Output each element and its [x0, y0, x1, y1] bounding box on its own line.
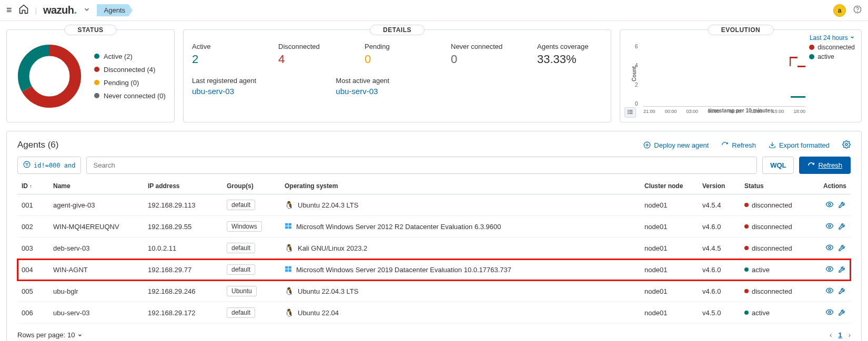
next-page-icon[interactable]: ›	[849, 331, 851, 339]
config-icon[interactable]	[838, 286, 846, 296]
cell-cluster: node01	[640, 216, 698, 237]
cell-ip: 192.168.29.113	[144, 194, 223, 216]
col-groups[interactable]: Group(s)	[223, 178, 280, 194]
table-row[interactable]: 003deb-serv-0310.0.2.11default🐧Kali GNU/…	[17, 237, 851, 259]
prev-page-icon[interactable]: ‹	[830, 331, 832, 339]
home-icon[interactable]	[18, 4, 29, 17]
group-chip[interactable]: Ubuntu	[227, 286, 257, 296]
never-value: 0	[451, 53, 516, 66]
wql-button[interactable]: WQL	[762, 157, 794, 174]
view-icon[interactable]	[825, 200, 834, 210]
filter-icon	[23, 161, 31, 170]
filter-chip[interactable]: id!=000 and	[17, 157, 81, 174]
view-icon[interactable]	[825, 222, 834, 232]
agents-table: ID ↑ Name IP address Group(s) Operating …	[17, 178, 851, 324]
group-chip[interactable]: default	[227, 264, 255, 275]
cell-os: 🐧Kali GNU/Linux 2023.2	[280, 237, 640, 259]
legend-disconnected[interactable]: Disconnected (4)	[94, 66, 166, 74]
cell-version: v4.5.0	[698, 302, 740, 324]
coverage-value: 33.33%	[537, 53, 602, 66]
view-icon[interactable]	[825, 286, 834, 296]
group-chip[interactable]: default	[227, 307, 255, 318]
col-id[interactable]: ID ↑	[17, 178, 49, 194]
avatar[interactable]: a	[833, 4, 846, 17]
last-registered-link[interactable]: ubu-serv-03	[192, 87, 315, 96]
view-icon[interactable]	[825, 308, 834, 318]
cell-version: v4.4.5	[698, 237, 740, 259]
page-number[interactable]: 1	[838, 331, 842, 339]
refresh-link[interactable]: Refresh	[721, 141, 756, 149]
cell-status: disconnected	[740, 194, 814, 216]
last-registered-label: Last registered agent	[192, 77, 315, 85]
config-icon[interactable]	[838, 200, 846, 210]
export-formatted-button[interactable]: Export formatted	[769, 141, 830, 149]
view-icon[interactable]	[825, 243, 834, 253]
menu-icon[interactable]: ≡	[6, 5, 12, 16]
cell-actions	[814, 259, 851, 281]
svg-rect-22	[285, 226, 288, 229]
rows-per-page[interactable]: Rows per page: 10	[17, 331, 83, 339]
group-chip[interactable]: Windows	[227, 221, 262, 232]
cell-id: 005	[17, 281, 49, 302]
legend-never[interactable]: Never connected (0)	[94, 92, 166, 100]
cell-name: WIN-MQI4EREUQNV	[49, 216, 144, 237]
brand[interactable]: wazuh.	[43, 4, 77, 16]
col-os[interactable]: Operating system	[280, 178, 640, 194]
config-icon[interactable]	[838, 243, 846, 253]
config-icon[interactable]	[838, 308, 846, 318]
cell-group: default	[223, 237, 280, 259]
table-row[interactable]: 006ubu-serv-03192.168.29.172default🐧Ubun…	[17, 302, 851, 324]
search-input[interactable]	[86, 157, 757, 174]
cell-os: 🐧Ubuntu 22.04	[280, 302, 640, 324]
help-icon[interactable]	[853, 5, 862, 15]
refresh-button[interactable]: Refresh	[799, 157, 851, 174]
linux-icon: 🐧	[285, 308, 294, 317]
table-row[interactable]: 005ubu-bglr192.168.29.246Ubuntu🐧Ubuntu 2…	[17, 281, 851, 302]
col-ip[interactable]: IP address	[144, 178, 223, 194]
cell-id: 004	[17, 259, 49, 281]
cell-os: Microsoft Windows Server 2019 Datacenter…	[280, 259, 640, 281]
config-icon[interactable]	[838, 222, 846, 232]
cell-os: 🐧Ubuntu 22.04.3 LTS	[280, 194, 640, 216]
filter-chip-text: id!=000 and	[34, 162, 75, 169]
gear-icon[interactable]	[842, 140, 851, 150]
col-cluster[interactable]: Cluster node	[640, 178, 698, 194]
time-range-selector[interactable]: Last 24 hours	[810, 34, 855, 42]
group-chip[interactable]: default	[227, 200, 255, 210]
status-card: STATUS Active (2) Disconnected (4) Pendi…	[6, 29, 175, 122]
deploy-new-agent-button[interactable]: Deploy new agent	[643, 141, 709, 149]
svg-rect-21	[289, 223, 291, 225]
table-row[interactable]: 001agent-give-03192.168.29.113default🐧Ub…	[17, 194, 851, 216]
config-icon[interactable]	[838, 265, 846, 275]
cell-status: active	[740, 259, 814, 281]
windows-icon	[285, 265, 292, 274]
group-chip[interactable]: default	[227, 243, 255, 253]
svg-rect-23	[289, 226, 291, 229]
legend-pending[interactable]: Pending (0)	[94, 79, 166, 87]
col-status[interactable]: Status	[740, 178, 814, 194]
most-active-link[interactable]: ubu-serv-03	[336, 87, 458, 96]
breadcrumb[interactable]: Agents	[97, 4, 133, 16]
cell-actions	[814, 194, 851, 216]
table-row[interactable]: 004WIN-AGNT192.168.29.77defaultMicrosoft…	[17, 259, 851, 281]
chevron-down-icon[interactable]	[83, 6, 90, 15]
linux-icon: 🐧	[285, 244, 294, 252]
cell-cluster: node01	[640, 259, 698, 281]
legend-active[interactable]: Active (2)	[94, 53, 166, 60]
linux-icon: 🐧	[285, 287, 294, 295]
evolution-chart: Count 6 4 2 0 21:00 00:00 03:00 06:00	[629, 44, 853, 107]
pending-value: 0	[365, 53, 430, 66]
col-name[interactable]: Name	[49, 178, 144, 194]
cell-cluster: node01	[640, 237, 698, 259]
list-toggle-icon[interactable]	[624, 107, 636, 118]
col-version[interactable]: Version	[698, 178, 740, 194]
cell-group: default	[223, 302, 280, 324]
cell-name: WIN-AGNT	[49, 259, 144, 281]
disconnected-label: Disconnected	[278, 43, 344, 50]
svg-point-9	[628, 113, 629, 114]
cell-version: v4.6.0	[698, 281, 740, 302]
table-row[interactable]: 002WIN-MQI4EREUQNV192.168.29.55WindowsMi…	[17, 216, 851, 237]
view-icon[interactable]	[825, 265, 834, 275]
cell-actions	[814, 216, 851, 237]
active-value: 2	[192, 53, 257, 66]
